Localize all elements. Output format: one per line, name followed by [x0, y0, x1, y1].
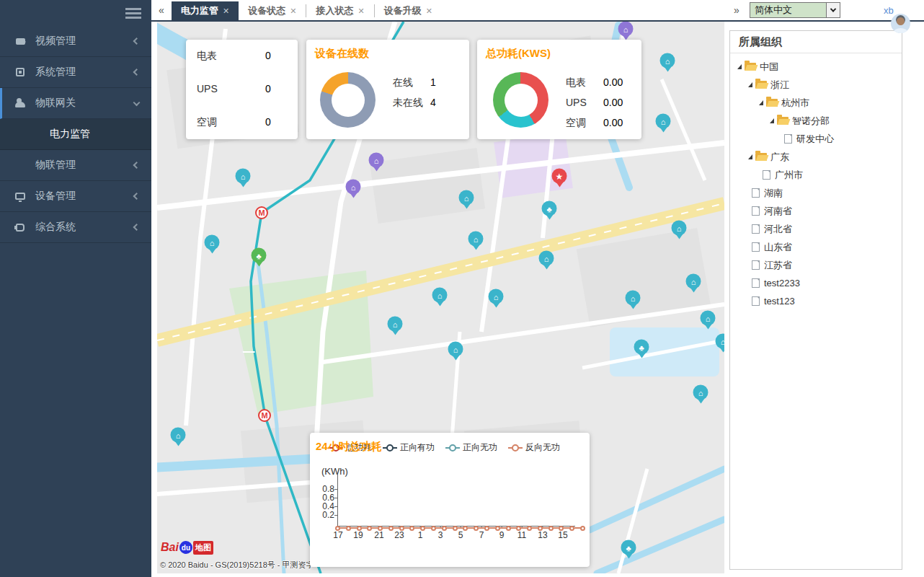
sidebar-menu: 视频管理 系统管理 物联网关 电力监管 物联管理 设备管理 — [0, 26, 151, 243]
marker-glyph: ⌂ — [464, 193, 469, 202]
map-marker-icon[interactable]: ♣ — [252, 248, 267, 263]
dropdown-arrow-icon[interactable] — [826, 3, 840, 17]
map-marker-icon[interactable]: ♣ — [621, 540, 636, 555]
tab[interactable]: 接入状态 ✕ — [306, 4, 374, 17]
hamburger-menu-icon[interactable] — [125, 8, 141, 19]
legend-label: 未在线 — [393, 97, 423, 108]
chart-legend-item[interactable]: 反向无功 — [508, 441, 560, 454]
map-marker-icon[interactable]: M — [255, 206, 268, 219]
map-marker-icon[interactable]: ⌂ — [448, 342, 463, 357]
marker-glyph: ⌂ — [241, 172, 246, 180]
map-marker-icon[interactable]: ⌂ — [171, 428, 186, 443]
tree-expander-icon[interactable] — [759, 100, 763, 105]
sidebar-item-icon — [13, 224, 27, 232]
data-point-marker — [484, 526, 489, 531]
user-avatar[interactable] — [891, 14, 910, 33]
language-select[interactable]: 简体中文 — [750, 2, 840, 18]
map-marker-icon[interactable]: ★ — [552, 169, 567, 184]
map-marker-icon[interactable]: ♣ — [542, 201, 557, 216]
tree-node-label: 杭州市 — [781, 97, 809, 110]
x-tick-label: 15 — [558, 530, 567, 540]
tree-node[interactable]: 广州市 — [730, 166, 902, 184]
tab-close-icon[interactable]: ✕ — [426, 6, 432, 16]
sidebar-item[interactable]: 视频管理 — [0, 26, 151, 57]
sidebar-item[interactable]: 综合系统 — [0, 212, 151, 243]
marker-glyph: ⌂ — [623, 25, 628, 33]
sidebar-item[interactable]: 物联管理 — [0, 150, 151, 181]
map-marker-icon[interactable]: ⌂ — [346, 180, 361, 195]
marker-glyph: ⌂ — [494, 292, 499, 301]
tree-node[interactable]: 河北省 — [730, 220, 902, 238]
tree-node[interactable]: 浙江 — [730, 76, 902, 94]
tab-close-icon[interactable]: ✕ — [357, 6, 364, 16]
tree-node[interactable]: 湖南 — [730, 184, 902, 202]
chart-legend-item[interactable]: 正向无功 — [445, 441, 497, 454]
tree-node[interactable]: 江苏省 — [730, 256, 902, 274]
data-point-marker — [346, 526, 351, 531]
sidebar-item[interactable]: 电力监管 — [0, 119, 151, 150]
legend-label: 正向有功 — [400, 441, 435, 454]
legend-label: 正向无功 — [463, 441, 497, 454]
tab[interactable]: 设备升级 ✕ — [375, 4, 442, 17]
tree-node[interactable]: 杭州市 — [730, 94, 902, 112]
marker-glyph: ⌂ — [176, 431, 181, 439]
tree-node[interactable]: 智诺分部 — [730, 112, 902, 130]
tree-expander-icon[interactable] — [737, 64, 742, 69]
map-marker-icon[interactable]: ⌂ — [205, 235, 220, 250]
map-marker-icon[interactable]: ⌂ — [656, 114, 671, 129]
baidu-logo[interactable]: Bai du 地图 — [161, 539, 213, 555]
tree-node[interactable]: 中国 — [730, 58, 902, 76]
username-link[interactable]: xb — [884, 5, 894, 16]
sidebar-item[interactable]: 系统管理 — [0, 57, 151, 88]
x-tick-label: 21 — [374, 530, 383, 540]
tree-node-label: 河北省 — [764, 223, 792, 236]
tree-expander-icon[interactable] — [748, 82, 752, 87]
device-count-card: 电表 0 UPS 0 空调 0 — [186, 40, 298, 139]
tree-node[interactable]: 广东 — [730, 148, 902, 166]
map-marker-icon[interactable]: M — [258, 409, 271, 422]
map-marker-icon[interactable]: ⌂ — [693, 385, 708, 400]
tree-node[interactable]: 河南省 — [730, 202, 902, 220]
tree-expander-icon[interactable] — [748, 154, 752, 159]
tab-close-icon[interactable]: ✕ — [223, 6, 229, 16]
chart-legend-item[interactable]: 正向有功 — [383, 441, 435, 454]
tree-node[interactable]: test123 — [730, 292, 902, 310]
legend-row: 在线 1 — [393, 76, 465, 89]
line-chart-plot: 0.8 0.6 0.4 0.2 17 — [337, 475, 575, 527]
tree-node[interactable]: test2233 — [730, 274, 902, 292]
tree-node[interactable]: 山东省 — [730, 238, 902, 256]
map-marker-icon[interactable]: ⌂ — [618, 22, 634, 37]
online-legend: 在线 1 未在线 4 — [306, 40, 469, 139]
tree-expander-icon[interactable] — [770, 118, 774, 123]
baidu-map[interactable]: ⌂ ⌂ ⌂ ⌂ ⌂ ⌂ M ⌂ ♣ ★ ⌂ ♣ — [157, 22, 724, 573]
map-marker-icon[interactable]: ⌂ — [686, 274, 701, 289]
map-marker-icon[interactable]: ⌂ — [489, 289, 504, 304]
legend-value: 0.00 — [603, 117, 623, 128]
sidebar-item-label: 设备管理 — [35, 190, 76, 203]
marker-glyph: ⌂ — [677, 224, 682, 232]
map-marker-icon[interactable]: ⌂ — [626, 291, 641, 306]
map-marker-icon[interactable]: ⌂ — [388, 317, 403, 332]
expand-tabs-icon[interactable]: » — [734, 4, 739, 16]
map-marker-icon[interactable]: ⌂ — [672, 221, 687, 236]
map-marker-icon[interactable]: ⌂ — [539, 251, 554, 266]
map-marker-icon[interactable]: ⌂ — [459, 190, 474, 206]
tab-close-icon[interactable]: ✕ — [290, 6, 296, 16]
tab[interactable]: 设备状态 ✕ — [239, 4, 306, 17]
data-point-marker — [453, 526, 458, 531]
map-marker-icon[interactable]: ⌂ — [468, 232, 484, 247]
map-marker-icon[interactable]: ⌂ — [236, 169, 251, 184]
map-marker-icon[interactable]: ⌂ — [660, 53, 675, 69]
tab[interactable]: 电力监管 ✕ — [172, 1, 239, 20]
sidebar-item[interactable]: 物联网关 — [0, 88, 151, 119]
map-marker-icon[interactable]: ⌂ — [432, 288, 448, 303]
collapse-tabs-icon[interactable]: « — [159, 4, 164, 16]
folder-icon — [777, 117, 788, 125]
marker-glyph: M — [261, 411, 267, 420]
tree-node[interactable]: 研发中心 — [730, 130, 902, 148]
chevron-icon — [133, 224, 141, 231]
map-marker-icon[interactable]: ♣ — [634, 340, 649, 355]
map-marker-icon[interactable]: ⌂ — [369, 153, 384, 168]
map-marker-icon[interactable]: ⌂ — [701, 311, 716, 326]
sidebar-item[interactable]: 设备管理 — [0, 181, 151, 212]
